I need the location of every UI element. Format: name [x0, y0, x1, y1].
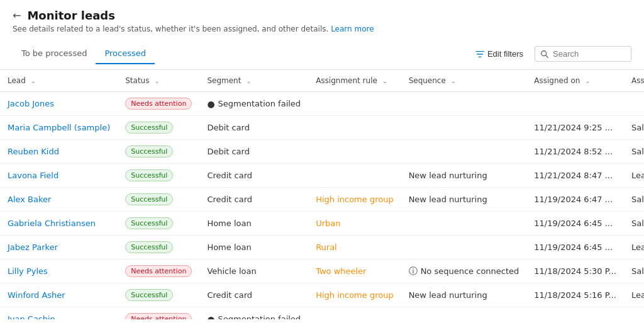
sequence-cell	[401, 140, 527, 164]
filter-icon	[475, 50, 484, 59]
status-badge: Successful	[125, 289, 173, 301]
status-badge: Successful	[125, 145, 173, 157]
page-title: Monitor leads	[27, 9, 115, 22]
sequence-cell: New lead nurturing	[401, 164, 527, 188]
lead-link[interactable]: Ivan Cashin	[8, 314, 55, 319]
table-row: Jabez ParkerSuccessfulHome loanRural11/1…	[0, 236, 644, 259]
assigned-on-cell: 11/18/2024 5:30 P...	[526, 259, 624, 283]
sequence-cell: ⓘNo sequence connected	[401, 259, 527, 283]
assigned-on-cell: 11/19/2024 6:45 ...	[526, 212, 624, 236]
col-header-assigned-on[interactable]: Assigned on ⌄	[526, 70, 624, 92]
sequence-cell	[401, 212, 527, 236]
sequence-cell	[401, 307, 527, 320]
assigned-to-cell: Lead queue	[624, 236, 644, 259]
assigned-on-cell	[526, 307, 624, 320]
table-row: Alex BakerSuccessfulCredit cardHigh inco…	[0, 188, 644, 212]
lead-link[interactable]: Gabriela Christiansen	[8, 219, 96, 228]
info-icon: ●	[207, 99, 214, 109]
segment-cell: ●Segmentation failed	[199, 92, 308, 116]
assigned-to-cell: Lead queue	[624, 283, 644, 307]
assigned-to-cell: Sales person role team	[624, 188, 644, 212]
assignment-rule-cell	[308, 92, 401, 116]
assigned-on-cell: 11/21/2024 8:47 ...	[526, 164, 624, 188]
col-header-sequence[interactable]: Sequence ⌄	[401, 70, 527, 92]
warning-icon: ⓘ	[409, 266, 418, 277]
leads-table: Lead ⌄ Status ⌄ Segment ⌄ Assignment rul…	[0, 70, 644, 319]
tab-to-be-processed[interactable]: To be processed	[13, 43, 96, 64]
edit-filters-button[interactable]: Edit filters	[470, 46, 528, 62]
segment-cell: Home loan	[199, 236, 308, 259]
assigned-on-cell: 11/19/2024 6:47 ...	[526, 188, 624, 212]
table-row: Maria Campbell (sample)SuccessfulDebit c…	[0, 116, 644, 140]
segment-cell: Credit card	[199, 164, 308, 188]
sequence-cell	[401, 236, 527, 259]
lead-link[interactable]: Alex Baker	[8, 195, 51, 204]
col-header-lead[interactable]: Lead ⌄	[0, 70, 118, 92]
sequence-cell: New lead nurturing	[401, 188, 527, 212]
assignment-rule-cell: Rural	[308, 236, 401, 259]
search-icon	[540, 50, 549, 59]
assigned-to-cell: Sales person role team	[624, 140, 644, 164]
assigned-to-cell: Sales person role team	[624, 212, 644, 236]
status-badge: Needs attention	[125, 313, 192, 319]
svg-line-1	[546, 55, 548, 57]
status-badge: Successful	[125, 169, 173, 181]
status-badge: Successful	[125, 241, 173, 253]
col-header-status[interactable]: Status ⌄	[118, 70, 199, 92]
segment-cell: Debit card	[199, 140, 308, 164]
status-badge: Successful	[125, 193, 173, 205]
assigned-on-cell	[526, 92, 624, 116]
assignment-rule-cell	[308, 164, 401, 188]
leads-table-container: Lead ⌄ Status ⌄ Segment ⌄ Assignment rul…	[0, 70, 644, 319]
lead-link[interactable]: Lavona Field	[8, 171, 58, 180]
status-badge: Successful	[125, 122, 173, 134]
assignment-rule-cell	[308, 307, 401, 320]
info-icon: ●	[207, 314, 214, 320]
status-badge: Successful	[125, 217, 173, 229]
lead-link[interactable]: Jacob Jones	[8, 99, 54, 108]
lead-link[interactable]: Reuben Kidd	[8, 147, 59, 156]
assigned-to-cell	[624, 307, 644, 320]
lead-link[interactable]: Jabez Parker	[8, 242, 58, 252]
table-row: Jacob JonesNeeds attention●Segmentation …	[0, 92, 644, 116]
sort-icon-status: ⌄	[154, 77, 159, 84]
lead-link[interactable]: Maria Campbell (sample)	[8, 123, 110, 132]
assignment-rule-cell: Two wheeler	[308, 259, 401, 283]
segment-cell: Vehicle loan	[199, 259, 308, 283]
col-header-segment[interactable]: Segment ⌄	[199, 70, 308, 92]
back-button[interactable]: ←	[13, 9, 21, 21]
assigned-to-cell: Sales person role team	[624, 259, 644, 283]
table-row: Lilly PylesNeeds attentionVehicle loanTw…	[0, 259, 644, 283]
lead-link[interactable]: Lilly Pyles	[8, 266, 48, 276]
sort-icon-assignment-rule: ⌄	[382, 77, 387, 84]
lead-link[interactable]: Winford Asher	[8, 290, 65, 300]
col-header-assigned-to[interactable]: Assigned to ⌄	[624, 70, 644, 92]
learn-more-link[interactable]: Learn more	[331, 25, 374, 33]
table-row: Winford AsherSuccessfulCredit cardHigh i…	[0, 283, 644, 307]
segment-cell: ●Segmentation failed	[199, 307, 308, 320]
sequence-cell	[401, 116, 527, 140]
search-box[interactable]	[535, 46, 631, 62]
assigned-to-cell: Sales Manager role te...	[624, 116, 644, 140]
search-input[interactable]	[553, 49, 626, 59]
table-row: Lavona FieldSuccessfulCredit cardNew lea…	[0, 164, 644, 188]
table-row: Gabriela ChristiansenSuccessfulHome loan…	[0, 212, 644, 236]
assignment-rule-cell: Urban	[308, 212, 401, 236]
segment-cell: Home loan	[199, 212, 308, 236]
page-subtitle: See details related to a lead's status, …	[13, 25, 631, 33]
segment-cell: Credit card	[199, 283, 308, 307]
assignment-rule-cell	[308, 140, 401, 164]
assignment-rule-cell: High income group	[308, 188, 401, 212]
segment-cell: Credit card	[199, 188, 308, 212]
table-row: Ivan CashinNeeds attention●Segmentation …	[0, 307, 644, 320]
col-header-assignment-rule[interactable]: Assignment rule ⌄	[308, 70, 401, 92]
tab-bar: To be processed Processed	[13, 43, 155, 64]
sort-icon-segment: ⌄	[246, 77, 251, 84]
sequence-cell: New lead nurturing	[401, 283, 527, 307]
segment-cell: Debit card	[199, 116, 308, 140]
assigned-to-cell	[624, 92, 644, 116]
tab-processed[interactable]: Processed	[96, 43, 155, 64]
assigned-to-cell: Lead queue	[624, 164, 644, 188]
status-badge: Needs attention	[125, 98, 192, 110]
assignment-rule-cell	[308, 116, 401, 140]
